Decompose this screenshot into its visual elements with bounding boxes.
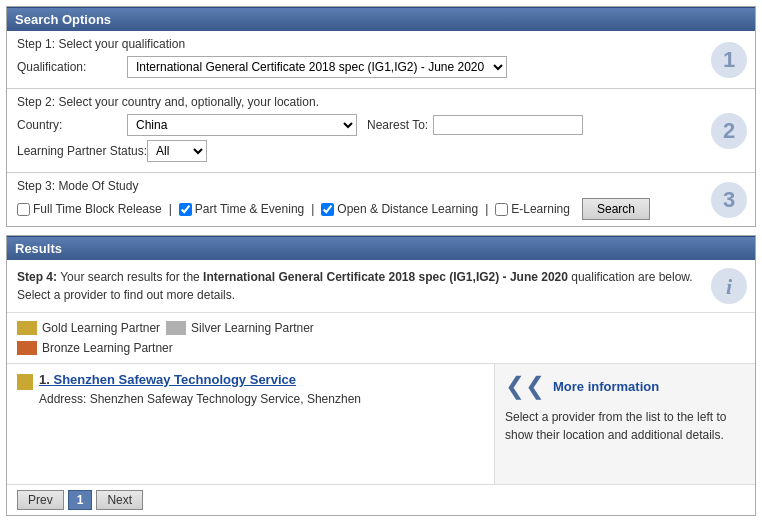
gold-color-box bbox=[17, 321, 37, 335]
legend-section: Gold Learning Partner Silver Learning Pa… bbox=[7, 313, 755, 364]
qual-label: Qualification: bbox=[17, 60, 127, 74]
provider-1-name[interactable]: 1. Shenzhen Safeway Technology Service bbox=[39, 372, 296, 387]
country-label: Country: bbox=[17, 118, 127, 132]
step1-label: Step 1: Select your qualification bbox=[17, 37, 745, 51]
lp-status-select[interactable]: All bbox=[147, 140, 207, 162]
step1-section: Step 1: Select your qualification Qualif… bbox=[7, 31, 755, 89]
more-info-panel: ❮❮ More information Select a provider fr… bbox=[495, 364, 755, 484]
step2-label: Step 2: Select your country and, optiona… bbox=[17, 95, 745, 109]
provider-1-address: Address: Shenzhen Safeway Technology Ser… bbox=[39, 392, 484, 406]
mode-parttime: Part Time & Evening bbox=[179, 202, 304, 216]
prev-button[interactable]: Prev bbox=[17, 490, 64, 510]
step2-number: 2 bbox=[711, 113, 747, 149]
provider-1-color bbox=[17, 374, 33, 390]
step4-text-after: qualification are below. bbox=[571, 270, 692, 284]
qualification-row: Qualification: International General Cer… bbox=[17, 56, 745, 78]
open-distance-label: Open & Distance Learning bbox=[337, 202, 478, 216]
step3-section: Step 3: Mode Of Study Full Time Block Re… bbox=[7, 173, 755, 226]
next-button[interactable]: Next bbox=[96, 490, 143, 510]
lp-status-row: Learning Partner Status: All bbox=[17, 140, 745, 162]
sep1: | bbox=[169, 202, 172, 216]
bronze-color-box bbox=[17, 341, 37, 355]
current-page: 1 bbox=[68, 490, 93, 510]
nearest-label: Nearest To: bbox=[367, 118, 428, 132]
more-info-text: Select a provider from the list to the l… bbox=[505, 408, 745, 444]
fulltime-label: Full Time Block Release bbox=[33, 202, 162, 216]
parttime-label: Part Time & Evening bbox=[195, 202, 304, 216]
legend-gold: Gold Learning Partner bbox=[17, 321, 160, 335]
step4-select-text: Select a provider to find out more detai… bbox=[17, 288, 235, 302]
provider-1-number: 1. bbox=[39, 372, 53, 387]
step1-number: 1 bbox=[711, 42, 747, 78]
step3-label: Step 3: Mode Of Study bbox=[17, 179, 745, 193]
provider-1-title: 1. Shenzhen Safeway Technology Service bbox=[17, 372, 484, 390]
country-select[interactable]: China bbox=[127, 114, 357, 136]
results-header: Results bbox=[7, 236, 755, 260]
step4-prefix: Step 4: bbox=[17, 270, 57, 284]
search-options-panel: Search Options Step 1: Select your quali… bbox=[6, 6, 756, 227]
bronze-label: Bronze Learning Partner bbox=[42, 341, 173, 355]
results-content: 1. Shenzhen Safeway Technology Service A… bbox=[7, 364, 755, 484]
nearest-input[interactable] bbox=[433, 115, 583, 135]
open-distance-checkbox[interactable] bbox=[321, 203, 334, 216]
provider-1: 1. Shenzhen Safeway Technology Service A… bbox=[17, 372, 484, 406]
more-info-title: More information bbox=[553, 379, 659, 394]
sep3: | bbox=[485, 202, 488, 216]
sep2: | bbox=[311, 202, 314, 216]
gold-label: Gold Learning Partner bbox=[42, 321, 160, 335]
info-circle: i bbox=[711, 268, 747, 304]
mode-elearning: E-Learning bbox=[495, 202, 570, 216]
results-list: 1. Shenzhen Safeway Technology Service A… bbox=[7, 364, 495, 484]
country-row: Country: China Nearest To: bbox=[17, 114, 745, 136]
qualification-select[interactable]: International General Certificate 2018 s… bbox=[127, 56, 507, 78]
elearning-label: E-Learning bbox=[511, 202, 570, 216]
mode-row: Full Time Block Release | Part Time & Ev… bbox=[17, 198, 745, 220]
more-info-header: ❮❮ More information bbox=[505, 372, 745, 400]
mode-open-distance: Open & Distance Learning bbox=[321, 202, 478, 216]
step4-text-before: Your search results for the bbox=[60, 270, 203, 284]
step3-number: 3 bbox=[711, 182, 747, 218]
fulltime-checkbox[interactable] bbox=[17, 203, 30, 216]
legend-silver: Silver Learning Partner bbox=[166, 321, 314, 335]
mode-fulltime: Full Time Block Release bbox=[17, 202, 162, 216]
legend-bronze: Bronze Learning Partner bbox=[17, 341, 745, 355]
silver-label: Silver Learning Partner bbox=[191, 321, 314, 335]
elearning-checkbox[interactable] bbox=[495, 203, 508, 216]
step2-section: Step 2: Select your country and, optiona… bbox=[7, 89, 755, 173]
arrow-icon: ❮❮ bbox=[505, 372, 545, 400]
step4-qualification: International General Certificate 2018 s… bbox=[203, 270, 568, 284]
parttime-checkbox[interactable] bbox=[179, 203, 192, 216]
pagination: Prev 1 Next bbox=[7, 484, 755, 515]
results-panel: Results Step 4: Your search results for … bbox=[6, 235, 756, 516]
silver-color-box bbox=[166, 321, 186, 335]
search-button[interactable]: Search bbox=[582, 198, 650, 220]
search-options-header: Search Options bbox=[7, 7, 755, 31]
step4-text: Step 4: Your search results for the Inte… bbox=[7, 260, 755, 313]
lp-status-label: Learning Partner Status: bbox=[17, 144, 147, 158]
